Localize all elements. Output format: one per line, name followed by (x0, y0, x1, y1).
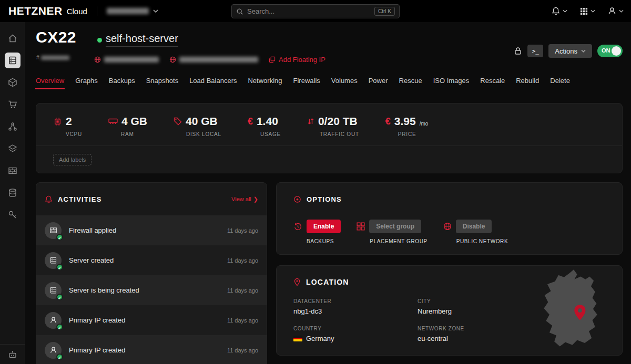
tab-power[interactable]: Power (369, 77, 388, 85)
tab-bar: Overview Graphs Backups Snapshots Load B… (36, 77, 570, 85)
ipv4-globe-icon (94, 56, 101, 63)
tab-networking[interactable]: Networking (248, 77, 282, 85)
chevron-down-icon (581, 49, 586, 53)
tab-graphs[interactable]: Graphs (75, 77, 98, 85)
location-grid: DATACENTER nbg1-dc3 CITY Nuremberg COUNT… (293, 298, 464, 342)
bell-icon (552, 7, 560, 15)
apps-control[interactable] (580, 7, 595, 15)
cpu-icon (53, 117, 62, 126)
activity-time: 11 days ago (227, 227, 258, 234)
check-icon: ✓ (56, 294, 63, 300)
stat-label: RAM (121, 131, 147, 137)
activity-row: ✓ Primary IP created 11 days ago (36, 305, 267, 335)
sidebar-item-firewalls[interactable] (5, 163, 21, 179)
disable-public-network-button[interactable]: Disable (456, 220, 492, 233)
notifications-control[interactable] (552, 7, 567, 15)
euro-icon: € (248, 116, 253, 127)
tab-delete[interactable]: Delete (550, 77, 570, 85)
hetzner-logo: HETZNER (8, 5, 63, 17)
user-icon (608, 7, 616, 15)
redacted-server-id (41, 56, 69, 60)
add-floating-ip-link[interactable]: Add Floating IP (269, 56, 325, 64)
actions-label: Actions (555, 47, 577, 55)
redacted-ipv4 (104, 57, 159, 63)
stats-card: 2 VCPU 4 GB RAM 40 GB DISK LOCAL (36, 103, 623, 173)
project-selector[interactable] (107, 8, 158, 14)
target-icon (293, 195, 301, 203)
cube-icon (8, 78, 17, 87)
view-all-label: View all (231, 196, 251, 202)
bell-icon (45, 195, 53, 203)
search-input[interactable] (247, 7, 371, 15)
tab-load-balancers[interactable]: Load Balancers (189, 77, 237, 85)
power-toggle[interactable]: ON (597, 45, 623, 57)
ipv6-globe-icon (169, 56, 176, 63)
add-labels-chip[interactable]: Add labels (53, 154, 91, 165)
option-label: PUBLIC NETWORK (456, 238, 508, 244)
field-value: Germany (306, 335, 334, 342)
tab-snapshots[interactable]: Snapshots (146, 77, 178, 85)
activity-row: ✓ Server created 11 days ago (36, 245, 267, 275)
console-button[interactable]: >_ (527, 45, 543, 57)
tab-backups[interactable]: Backups (109, 77, 135, 85)
tab-volumes[interactable]: Volumes (331, 77, 358, 85)
enable-backups-button[interactable]: Enable (307, 220, 341, 233)
traffic-arrows-icon (307, 117, 314, 126)
sidebar-item-volumes[interactable] (5, 185, 21, 201)
stat-traffic: 0/20 TB TRAFFIC OUT (307, 115, 359, 137)
search-bar[interactable]: Ctrl K (231, 4, 400, 18)
stat-usage: € 1.40 USAGE (248, 115, 281, 137)
sidebar (0, 22, 25, 364)
sidebar-item-marketplace[interactable] (5, 97, 21, 112)
view-all-link[interactable]: View all ❯ (231, 196, 258, 203)
search-icon (236, 8, 243, 15)
tab-overview[interactable]: Overview (36, 77, 64, 85)
power-state-label: ON (602, 47, 610, 54)
globe-icon (443, 222, 452, 231)
field-value: Nuremberg (418, 307, 464, 315)
topbar-divider (97, 6, 97, 16)
germany-silhouette (544, 269, 597, 346)
chevron-down-icon (591, 9, 595, 13)
stat-label: VCPU (66, 131, 82, 137)
tab-rescue[interactable]: Rescue (399, 77, 422, 85)
tab-firewalls[interactable]: Firewalls (293, 77, 320, 85)
server-name[interactable]: self-host-server (106, 33, 178, 47)
disk-tag-icon (174, 117, 182, 126)
activity-text: Server is being created (69, 286, 139, 294)
options-header: OPTIONS (277, 183, 622, 215)
sidebar-item-home[interactable] (5, 30, 21, 46)
option-public-network: Disable PUBLIC NETWORK (443, 220, 508, 244)
lock-button[interactable] (514, 47, 522, 55)
chevron-down-icon (563, 9, 567, 13)
sidebar-item-servers[interactable] (5, 53, 21, 68)
sidebar-item-images[interactable] (5, 75, 21, 90)
lock-icon (514, 47, 522, 55)
option-backups: Enable BACKUPS (293, 220, 341, 244)
field-label: NETWORK ZONE (418, 326, 464, 331)
actions-button[interactable]: Actions (548, 44, 592, 58)
history-icon (293, 222, 302, 231)
tab-iso-images[interactable]: ISO Images (433, 77, 470, 85)
sidebar-support[interactable] (0, 344, 25, 364)
stats-divider (36, 145, 622, 146)
stat-disk: 40 GB DISK LOCAL (174, 115, 221, 137)
activities-card: ACTIVITIES View all ❯ ✓ Firewall applied… (36, 182, 267, 364)
sidebar-item-networks[interactable] (5, 119, 21, 134)
server-type: CX22 (36, 28, 76, 46)
account-control[interactable] (608, 7, 624, 15)
field-label: CITY (418, 298, 464, 304)
sidebar-item-security[interactable] (5, 207, 21, 223)
activity-text: Primary IP created (69, 346, 125, 354)
sidebar-item-load-balancers[interactable] (5, 141, 21, 157)
activity-time: 11 days ago (227, 317, 258, 324)
chevron-right-icon: ❯ (253, 196, 258, 203)
tab-rebuild[interactable]: Rebuild (516, 77, 539, 85)
volumes-icon (8, 188, 17, 197)
select-group-button[interactable]: Select group (369, 220, 421, 233)
location-card: LOCATION DATACENTER nbg1-dc3 CITY Nuremb… (276, 265, 623, 356)
tab-rescale[interactable]: Rescale (480, 77, 505, 85)
stat-label: USAGE (260, 131, 281, 137)
ipv6-address[interactable] (169, 56, 258, 63)
ipv4-address[interactable] (94, 56, 159, 63)
